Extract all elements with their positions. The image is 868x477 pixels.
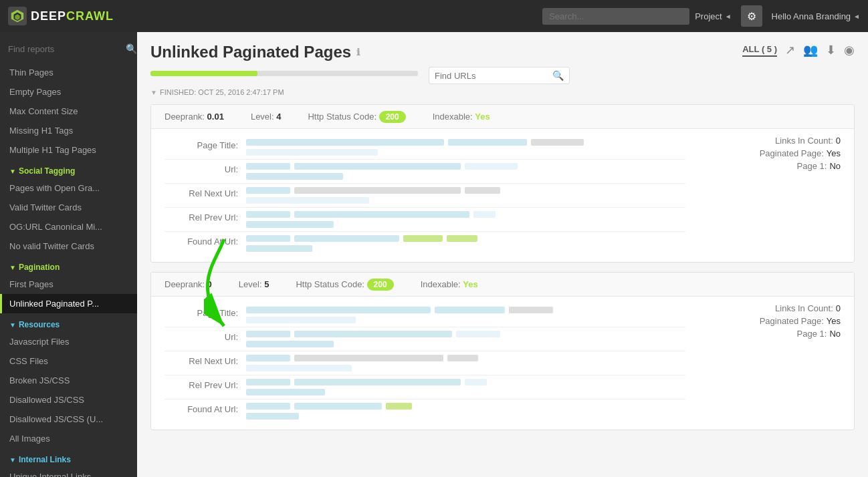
http-status-label-2: Http Status Code: 200: [296, 279, 393, 289]
field-row-found-at-2: Found At Url:: [165, 400, 685, 423]
field-row-page-title-1: Page Title:: [165, 136, 685, 160]
top-nav: DEEPCRAWL Project ◄ ⚙ Hello Anna Brandin…: [0, 0, 868, 32]
paginated-page-row-1: Paginated Page: Yes: [693, 148, 841, 158]
right-meta-1: Links In Count: 0 Paginated Page: Yes Pa…: [693, 136, 841, 255]
level-label-1: Level: 4: [251, 112, 282, 122]
content-header: Unlinked Paginated Pages ℹ ALL ( 5 ) ↗ 👥…: [150, 43, 855, 61]
field-row-rel-prev-2: Rel Prev Url:: [165, 375, 685, 400]
sidebar-item-valid-twitter[interactable]: Valid Twitter Cards: [0, 198, 137, 217]
info-icon[interactable]: ℹ: [356, 47, 360, 57]
field-label-found-at-2: Found At Url:: [165, 403, 238, 414]
data-card-2-body: Page Title: Url:: [151, 297, 854, 430]
share-icon[interactable]: ↗: [785, 43, 795, 57]
resources-label: Resources: [19, 320, 60, 329]
field-label-page-title-2: Page Title:: [165, 307, 238, 318]
finished-label: ▼ FINISHED: OCT 25, 2016 2:47:17 PM: [150, 88, 855, 96]
level-label-2: Level: 5: [239, 279, 269, 289]
nav-project[interactable]: Project ◄: [695, 11, 731, 21]
field-label-rel-prev-1: Rel Prev Url:: [165, 211, 238, 222]
field-value-rel-prev-1: [246, 211, 685, 228]
user-caret: ◄: [853, 13, 860, 20]
header-actions: ALL ( 5 ) ↗ 👥 ⬇ ◉: [742, 43, 855, 57]
sidebar-search-input[interactable]: [8, 44, 120, 54]
users-icon[interactable]: 👥: [803, 43, 818, 57]
field-row-found-at-1: Found At Url:: [165, 232, 685, 255]
nav-right: ⚙ Hello Anna Branding ◄: [741, 5, 860, 27]
data-card-2: Deeprank: 0 Level: 5 Http Status Code: 2…: [150, 272, 855, 430]
gear-button[interactable]: ⚙: [741, 5, 762, 27]
url-search-input[interactable]: [435, 71, 548, 81]
status-badge-1: 200: [379, 111, 406, 123]
field-label-found-at-1: Found At Url:: [165, 235, 238, 247]
sidebar-search-icon[interactable]: 🔍: [126, 43, 137, 54]
all-count-label[interactable]: ALL ( 5 ): [742, 44, 777, 57]
field-label-rel-prev-2: Rel Prev Url:: [165, 379, 238, 390]
sidebar-item-first-pages[interactable]: First Pages: [0, 275, 137, 294]
sidebar-item-unlinked-paginated[interactable]: Unlinked Paginated P...: [0, 294, 137, 313]
links-in-count-row-1: Links In Count: 0: [693, 136, 841, 146]
indexable-label-2: Indexable: Yes: [421, 279, 478, 289]
sidebar-item-empty-pages[interactable]: Empty Pages: [0, 82, 137, 102]
user-greeting-label: Hello Anna Branding: [772, 11, 851, 21]
logo[interactable]: DEEPCRAWL: [8, 7, 114, 25]
sidebar-search-bar: 🔍 ☰: [0, 32, 137, 63]
finished-caret: ▼: [150, 89, 157, 96]
field-row-rel-next-1: Rel Next Url:: [165, 184, 685, 208]
main-layout: 🔍 ☰ Thin Pages Empty Pages Max Content S…: [0, 32, 868, 477]
sidebar-item-missing-h1[interactable]: Missing H1 Tags: [0, 121, 137, 140]
right-meta-2: Links In Count: 0 Paginated Page: Yes Pa…: [693, 303, 841, 423]
field-value-url-1: [246, 163, 685, 180]
sidebar-item-thin-pages[interactable]: Thin Pages: [0, 63, 137, 82]
field-label-url-2: Url:: [165, 331, 238, 342]
sidebar-item-max-content[interactable]: Max Content Size: [0, 102, 137, 121]
sidebar-item-disallowed-js-css[interactable]: Disallowed JS/CSS: [0, 390, 137, 410]
field-value-rel-next-1: [246, 187, 685, 204]
sidebar-item-all-images[interactable]: All Images: [0, 429, 137, 448]
field-label-page-title-1: Page Title:: [165, 139, 238, 150]
url-search-icon[interactable]: 🔍: [552, 70, 564, 81]
section-internal-links[interactable]: ▼ Internal Links: [0, 448, 137, 467]
section-pagination[interactable]: ▼ Pagination: [0, 256, 137, 275]
data-card-1: Deeprank: 0.01 Level: 4 Http Status Code…: [150, 104, 855, 263]
field-row-page-title-2: Page Title:: [165, 303, 685, 327]
section-resources[interactable]: ▼ Resources: [0, 313, 137, 332]
indexable-label-1: Indexable: Yes: [433, 112, 490, 122]
field-label-url-1: Url:: [165, 163, 238, 174]
page1-row-2: Page 1: No: [693, 329, 841, 339]
deeprank-label-2: Deeprank: 0: [165, 279, 212, 289]
indexable-val-1: Yes: [475, 112, 490, 122]
progress-bar: [150, 71, 418, 76]
logo-icon: [8, 7, 27, 25]
sidebar-item-unique-internal-links[interactable]: Unique Internal Links: [0, 467, 137, 477]
sidebar-item-open-graph[interactable]: Pages with Open Gra...: [0, 178, 137, 198]
section-social-tagging[interactable]: ▼ Social Tagging: [0, 160, 137, 178]
status-badge-2: 200: [367, 279, 394, 291]
nav-center: Project ◄: [542, 8, 731, 25]
field-value-found-at-1: [246, 235, 685, 252]
indexable-val-2: Yes: [463, 279, 477, 289]
sidebar-item-multiple-h1[interactable]: Multiple H1 Tag Pages: [0, 140, 137, 160]
page-title-area: Unlinked Paginated Pages ℹ: [150, 43, 360, 61]
deeprank-label-1: Deeprank: 0.01: [165, 112, 224, 122]
field-row-url-2: Url:: [165, 327, 685, 351]
sidebar-item-no-twitter[interactable]: No valid Twitter Cards: [0, 236, 137, 256]
field-value-rel-next-2: [246, 355, 685, 371]
filter-icon[interactable]: ◉: [844, 43, 855, 57]
sidebar-item-disallowed-js-css-u[interactable]: Disallowed JS/CSS (U...: [0, 410, 137, 429]
nav-search-input[interactable]: [542, 8, 689, 25]
progress-bar-fill: [150, 71, 257, 76]
content-area: Unlinked Paginated Pages ℹ ALL ( 5 ) ↗ 👥…: [137, 32, 868, 477]
paginated-page-row-2: Paginated Page: Yes: [693, 316, 841, 326]
pagination-caret: ▼: [9, 264, 16, 271]
field-row-rel-next-2: Rel Next Url:: [165, 351, 685, 375]
sidebar-item-css-files[interactable]: CSS Files: [0, 351, 137, 371]
resources-caret: ▼: [9, 321, 16, 329]
sidebar-item-broken-js-css[interactable]: Broken JS/CSS: [0, 371, 137, 390]
sidebar-item-js-files[interactable]: Javascript Files: [0, 332, 137, 351]
links-in-count-row-2: Links In Count: 0: [693, 303, 841, 313]
download-icon[interactable]: ⬇: [826, 43, 836, 57]
field-value-page-title-2: [246, 307, 685, 323]
user-menu[interactable]: Hello Anna Branding ◄: [772, 11, 860, 21]
sidebar-item-og-url[interactable]: OG:URL Canonical Mi...: [0, 217, 137, 236]
page1-row-1: Page 1: No: [693, 161, 841, 171]
